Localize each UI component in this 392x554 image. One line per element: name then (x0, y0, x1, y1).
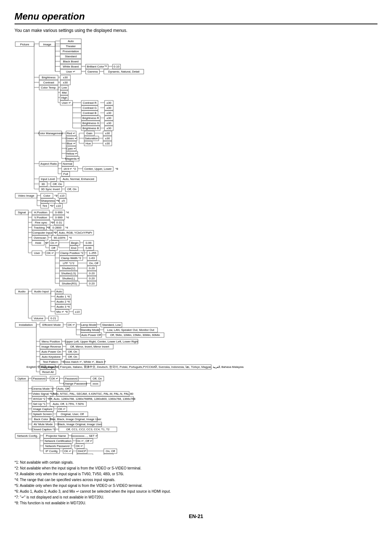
svg-text:Original, User, Off: Original, User, Off (61, 413, 84, 416)
svg-text:Auto, RGB, YCbCr/YPbPr: Auto, RGB, YCbCr/YPbPr (59, 231, 92, 234)
svg-text:0-999: 0-999 (55, 211, 63, 214)
svg-text:Off, On: Off, On (68, 355, 77, 358)
note-3: *3: Available only when the input signal… (15, 471, 377, 477)
svg-text:White Board: White Board (63, 65, 79, 68)
svg-text:Cinema Mode *3: Cinema Mode *3 (32, 387, 53, 390)
svg-text:Audio 2 *6: Audio 2 *6 (57, 300, 70, 303)
svg-text:Auto Power On: Auto Power On (41, 350, 61, 353)
svg-text:Mid: Mid (62, 91, 67, 94)
note-6: *6: Audio 1, Audio 2, Audio 3, and Mix ↵… (15, 489, 377, 495)
svg-text:±30: ±30 (106, 116, 111, 120)
svg-text:Blue, Black, Image Original, I: Blue, Black, Image Original, Image User (50, 418, 102, 421)
svg-text:V.Position: V.Position (34, 216, 47, 219)
svg-text:±30: ±30 (105, 132, 110, 135)
svg-text:Closed Caption *1: Closed Caption *1 (32, 428, 56, 431)
svg-text:Audio: Audio (18, 290, 26, 293)
svg-text:Change Password: Change Password (63, 382, 87, 385)
svg-text:Cyan ↵: Cyan ↵ (66, 147, 76, 150)
svg-text:*4: *4 (69, 236, 72, 239)
svg-text:Volume: Volume (34, 317, 44, 320)
svg-text:Standby Mode: Standby Mode (81, 328, 99, 332)
svg-text:Cross Hatch ↵, White ↵, Black : Cross Hatch ↵, White ↵, Black ↵ (63, 360, 107, 364)
svg-text:Audio 3 *6: Audio 3 *6 (57, 305, 70, 308)
svg-text:On ↵: On ↵ (50, 241, 58, 245)
svg-text:End: End (71, 246, 76, 250)
svg-text:±5: ±5 (62, 199, 65, 202)
svg-text:Standard, Low: Standard, Low (102, 323, 121, 327)
svg-text:±30: ±30 (105, 142, 110, 145)
svg-text:Off, On: Off, On (67, 188, 77, 191)
svg-text:Red ↵: Red ↵ (67, 132, 75, 135)
svg-text:Lamp Mode: Lamp Mode (81, 323, 97, 327)
svg-text:*8: *8 (115, 167, 118, 171)
svg-text:Efficient Mode: Efficient Mode (42, 323, 61, 327)
svg-text:Saturation: Saturation (85, 137, 98, 140)
svg-text:*1: *1 (54, 194, 57, 197)
svg-text:Auto Power Off: Auto Power Off (81, 333, 101, 337)
svg-text:On, Off: On, Off (89, 262, 98, 265)
svg-text:Auto: Auto (56, 290, 62, 293)
svg-text:±10: ±10 (75, 310, 80, 313)
svg-text:*1: *1 (57, 199, 60, 202)
svg-text:OK ↵: OK ↵ (51, 377, 59, 380)
menu-tree-diagram: text { font-family: Arial, sans-serif; f… (15, 37, 377, 455)
svg-text:Contrast R: Contrast R (83, 101, 97, 104)
svg-text:Signal: Signal (18, 211, 26, 214)
svg-text:Off, On: Off, On (68, 350, 77, 353)
svg-text:Aspect Ratio: Aspect Ratio (40, 162, 57, 165)
svg-text:16:9 ↵ *2: 16:9 ↵ *2 (64, 167, 76, 171)
svg-text:User ↵: User ↵ (62, 101, 71, 104)
svg-text:0-2800: 0-2800 (53, 226, 62, 229)
svg-text:*2: *2 (54, 231, 57, 234)
svg-text:Menu Position: Menu Position (42, 340, 60, 343)
note-1: *1: Not available with certain signals. (15, 460, 377, 465)
svg-text:Shutter(RS): Shutter(RS) (62, 282, 77, 285)
svg-text:Color Management: Color Management (38, 132, 63, 135)
svg-text:Normal: Normal (63, 162, 72, 165)
svg-text:Off, Mirror, Invert, Mirror In: Off, Mirror, Invert, Mirror Invert (70, 345, 109, 348)
svg-text:Audio Input: Audio Input (34, 290, 49, 293)
svg-text:Fine sync: Fine sync (35, 221, 47, 224)
svg-text:3D Sync Invert: 3D Sync Invert (41, 188, 60, 191)
svg-text:0-20: 0-20 (89, 282, 95, 285)
svg-text:Installation: Installation (19, 323, 33, 327)
svg-text:OK ↵: OK ↵ (47, 251, 54, 255)
svg-text:Image Reverse: Image Reverse (41, 345, 61, 348)
svg-text:Password: Password (33, 377, 45, 380)
svg-text:English, 日本語, Español, Françai: English, 日本語, Español, Français, Italian… (26, 365, 244, 369)
svg-text:0-99: 0-99 (86, 246, 92, 250)
note-4: *4: The range that can be specified vari… (15, 477, 377, 483)
svg-text:Image: Image (43, 43, 52, 46)
svg-text:1-255: 1-255 (89, 251, 97, 255)
svg-text:OK ↵: OK ↵ (76, 444, 83, 448)
svg-text:Off, Auto, 1280x768, 1280x768R: Off, Auto, 1280x768, 1280x768RB, 1280x80… (48, 397, 136, 401)
svg-text:Tint: Tint (42, 204, 47, 208)
svg-text:Sharpness: Sharpness (41, 199, 55, 202)
svg-text:Splash Screen: Splash Screen (33, 413, 52, 416)
svg-text:Brightness B: Brightness B (82, 127, 99, 130)
note-5: *5: Available only when the input signal… (15, 483, 377, 489)
svg-text:0-21: 0-21 (50, 317, 57, 320)
svg-text:Low: Low (62, 86, 67, 89)
svg-text:Image Capture: Image Capture (33, 407, 53, 411)
svg-text:Network Config.: Network Config. (17, 434, 38, 438)
svg-text:High: High (61, 96, 67, 99)
svg-text:OK ↵: OK ↵ (58, 407, 66, 411)
svg-text:Hue: Hue (86, 142, 91, 145)
svg-text:Off, CC1, CC2, CC3, CC4, T1, T: Off, CC1, CC2, CC3, CC4, T1, T2 (66, 428, 110, 431)
svg-text:Low, LAN, Speaker Out, Monitor: Low, LAN, Speaker Out, Monitor Out (107, 328, 155, 332)
svg-text:Center, Upper, Lower: Center, Upper, Lower (84, 167, 112, 171)
svg-text:AV Mute Mode: AV Mute Mode (34, 423, 53, 426)
svg-text:Projector Name: Projector Name (46, 434, 66, 438)
svg-text:Set Up  *1: Set Up *1 (33, 402, 46, 406)
svg-text:Shutter(LS): Shutter(LS) (61, 272, 76, 275)
svg-text:Video Signal *5: Video Signal *5 (33, 392, 53, 395)
svg-text:Tracking: Tracking (34, 226, 45, 229)
svg-text:Reset All: Reset All (42, 370, 54, 374)
svg-text:±30: ±30 (106, 127, 111, 130)
svg-text:Shutter(L): Shutter(L) (62, 277, 75, 280)
svg-text:User ↵: User ↵ (66, 70, 75, 73)
svg-text:WXGA  *2: WXGA *2 (33, 397, 45, 401)
svg-text:Password: Password (65, 377, 77, 380)
svg-text:Off: Off (52, 246, 56, 250)
